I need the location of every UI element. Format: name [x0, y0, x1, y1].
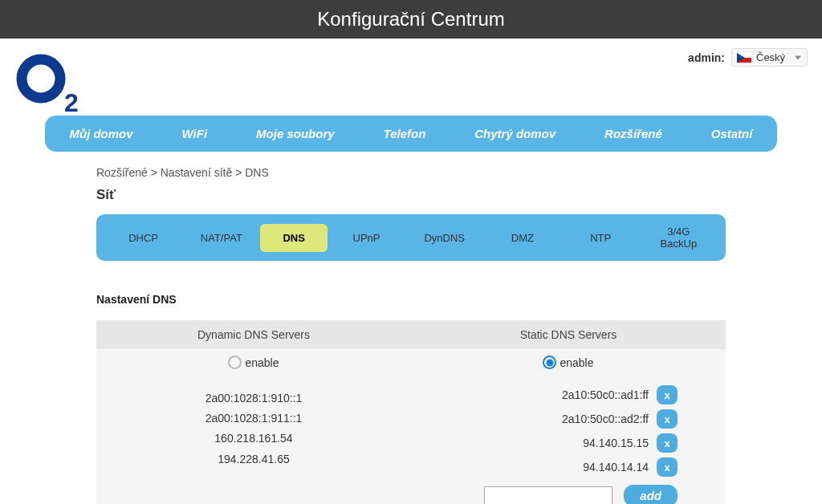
app-title: Konfigurační Centrum: [317, 8, 504, 30]
main-nav-item[interactable]: Ostatní: [703, 116, 761, 152]
content: Rozšířené > Nastavení sítě > DNS Síť DHC…: [0, 152, 822, 504]
static-enable-radio[interactable]: [543, 356, 556, 369]
main-nav-item[interactable]: Chytrý domov: [466, 116, 564, 152]
flag-icon: [737, 53, 751, 63]
sub-nav-tab[interactable]: DynDNS: [405, 224, 483, 252]
main-nav-item[interactable]: WiFi: [174, 116, 216, 152]
static-header: Static DNS Servers: [411, 320, 726, 349]
static-enable-label: enable: [560, 356, 593, 369]
admin-area: admin: Český: [688, 48, 808, 67]
static-server-entry: 94.140.14.14: [583, 461, 649, 474]
dynamic-server-entry: 160.218.161.54: [96, 429, 411, 449]
section-title: Síť: [96, 187, 726, 203]
main-nav-item[interactable]: Moje soubory: [248, 116, 343, 152]
delete-server-button[interactable]: x: [657, 409, 678, 429]
static-server-row: 94.140.15.15x: [411, 433, 678, 453]
static-server-row: 94.140.14.14x: [411, 457, 678, 477]
top-title-bar: Konfigurační Centrum: [0, 0, 822, 39]
sub-nav-tab[interactable]: DNS: [260, 224, 327, 252]
dynamic-enable-label: enable: [245, 356, 279, 369]
static-server-entry: 94.140.15.15: [583, 437, 649, 449]
svg-point-0: [22, 59, 60, 98]
language-select[interactable]: Český: [731, 48, 808, 67]
dynamic-header: Dynamic DNS Servers: [96, 320, 411, 349]
settings-title: Nastavení DNS: [96, 293, 726, 306]
dynamic-servers-list: 2a00:1028:1:910::12a00:1028:1:911::1160.…: [96, 376, 411, 504]
static-servers-list: 2a10:50c0::ad1:ffx2a10:50c0::ad2:ffx94.1…: [411, 376, 726, 504]
sub-nav-tab[interactable]: NTP: [562, 224, 640, 252]
dynamic-server-entry: 194.228.41.65: [96, 449, 411, 469]
main-nav-item[interactable]: Rozšířené: [596, 116, 670, 152]
sub-nav: DHCPNAT/PATDNSUPnPDynDNSDMZNTP3/4G BackU…: [96, 214, 726, 261]
sub-nav-tab[interactable]: 3/4G BackUp: [640, 217, 718, 258]
delete-server-button[interactable]: x: [657, 457, 678, 477]
main-nav: Můj domovWiFiMoje souboryTelefonChytrý d…: [45, 116, 777, 152]
add-server-row: add: [411, 485, 678, 504]
header-row: 2 admin: Český: [0, 39, 822, 116]
main-nav-item[interactable]: Telefon: [376, 116, 434, 152]
delete-server-button[interactable]: x: [657, 385, 678, 404]
sub-nav-tab[interactable]: UPnP: [328, 224, 405, 252]
main-nav-item[interactable]: Můj domov: [61, 116, 140, 152]
dynamic-enable-radio[interactable]: [228, 356, 242, 369]
sub-nav-tab[interactable]: NAT/PAT: [182, 224, 260, 252]
delete-server-button[interactable]: x: [657, 433, 678, 453]
static-enable-cell: enable: [411, 349, 726, 376]
add-server-button[interactable]: add: [624, 485, 678, 504]
dns-grid: Dynamic DNS Servers Static DNS Servers e…: [96, 320, 726, 504]
dynamic-enable-cell: enable: [96, 349, 411, 376]
static-server-row: 2a10:50c0::ad1:ffx: [411, 385, 678, 404]
admin-label: admin:: [688, 51, 725, 64]
dynamic-server-entry: 2a00:1028:1:910::1: [96, 388, 411, 408]
static-server-entry: 2a10:50c0::ad1:ff: [562, 388, 649, 401]
static-server-row: 2a10:50c0::ad2:ffx: [411, 409, 678, 429]
breadcrumb: Rozšířené > Nastavení sítě > DNS: [96, 166, 726, 179]
sub-nav-tab[interactable]: DMZ: [483, 224, 561, 252]
sub-nav-tab[interactable]: DHCP: [104, 224, 182, 252]
dynamic-server-entry: 2a00:1028:1:911::1: [96, 408, 411, 429]
brand-logo: 2: [14, 48, 87, 116]
static-server-entry: 2a10:50c0::ad2:ff: [562, 413, 649, 425]
language-value: Český: [756, 51, 785, 63]
svg-text:2: 2: [64, 88, 79, 116]
add-server-input[interactable]: [484, 486, 612, 505]
